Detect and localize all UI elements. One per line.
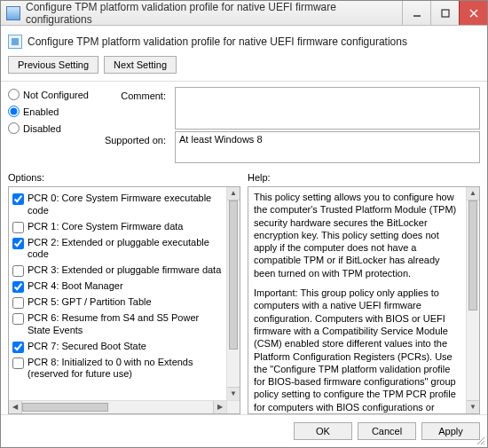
scroll-right-icon[interactable]: ▶ <box>213 401 226 413</box>
options-listbox[interactable]: PCR 0: Core System Firmware executable c… <box>8 186 240 414</box>
setting-nav: Previous Setting Next Setting <box>8 54 480 79</box>
resize-grip-icon[interactable] <box>475 435 485 445</box>
supported-on-label: Supported on: <box>100 131 171 145</box>
svg-rect-1 <box>442 10 449 17</box>
option-label: PCR 3: Extended or pluggable firmware da… <box>28 264 221 277</box>
options-vertical-scrollbar[interactable]: ▲ ▼ <box>226 187 240 400</box>
svg-line-4 <box>477 437 484 444</box>
radio-enabled-input[interactable] <box>8 106 20 117</box>
scroll-thumb[interactable] <box>468 200 477 310</box>
option-checkbox[interactable] <box>12 193 24 205</box>
option-row[interactable]: PCR 7: Secured Boot State <box>11 339 224 355</box>
option-label: PCR 7: Secured Boot State <box>28 341 146 353</box>
option-row[interactable]: PCR 4: Boot Manager <box>11 279 224 295</box>
option-row[interactable]: PCR 0: Core System Firmware executable c… <box>11 191 224 219</box>
scroll-corner <box>226 400 240 413</box>
option-label: PCR 5: GPT / Partition Table <box>28 296 152 309</box>
option-checkbox[interactable] <box>12 358 24 369</box>
window-controls <box>402 1 487 25</box>
option-checkbox[interactable] <box>12 313 24 325</box>
help-text: This policy setting allows you to config… <box>248 187 466 413</box>
radio-disabled-input[interactable] <box>8 122 20 134</box>
policy-icon <box>8 35 22 49</box>
maximize-button[interactable] <box>430 1 459 25</box>
option-label: PCR 0: Core System Firmware executable c… <box>28 193 223 217</box>
titlebar: Configure TPM platform validation profil… <box>1 1 487 26</box>
options-label: Options: <box>8 172 240 183</box>
comment-label: Comment: <box>100 87 171 101</box>
option-row[interactable]: PCR 3: Extended or pluggable firmware da… <box>11 263 224 279</box>
page-title: Configure TPM platform validation profil… <box>28 35 407 48</box>
scroll-up-icon[interactable]: ▲ <box>467 187 479 200</box>
dialog-footer: OK Cancel Apply <box>1 414 487 447</box>
radio-not-configured-label: Not Configured <box>23 90 89 100</box>
help-textbox[interactable]: This policy setting allows you to config… <box>248 186 480 414</box>
scroll-down-icon[interactable]: ▼ <box>227 387 240 400</box>
page-heading: Configure TPM platform validation profil… <box>8 31 480 54</box>
window-title: Configure TPM platform validation profil… <box>26 1 402 26</box>
option-checkbox[interactable] <box>12 342 24 353</box>
close-button[interactable] <box>459 1 487 25</box>
radio-not-configured-input[interactable] <box>8 89 20 100</box>
option-label: PCR 8: Initialized to 0 with no Extends … <box>28 357 223 381</box>
window-icon <box>6 6 20 20</box>
radio-enabled[interactable]: Enabled <box>8 106 97 117</box>
ok-button[interactable]: OK <box>294 422 352 440</box>
option-checkbox[interactable] <box>12 297 24 309</box>
option-label: PCR 2: Extended or pluggable executable … <box>28 237 223 262</box>
option-row[interactable]: PCR 1: Core System Firmware data <box>11 219 224 235</box>
minimize-button[interactable] <box>402 1 430 25</box>
next-setting-button[interactable]: Next Setting <box>104 56 177 74</box>
help-label: Help: <box>248 172 480 183</box>
option-checkbox[interactable] <box>12 238 24 249</box>
radio-disabled[interactable]: Disabled <box>8 122 97 134</box>
state-radio-group: Not Configured Enabled Disabled <box>8 87 97 134</box>
scroll-thumb[interactable] <box>229 200 238 350</box>
scroll-up-icon[interactable]: ▲ <box>227 187 240 200</box>
option-row[interactable]: PCR 2: Extended or pluggable executable … <box>11 235 224 263</box>
option-label: PCR 6: Resume from S4 and S5 Power State… <box>28 312 223 337</box>
hscroll-thumb[interactable] <box>22 403 108 412</box>
radio-not-configured[interactable]: Not Configured <box>8 89 97 100</box>
apply-button[interactable]: Apply <box>421 422 480 440</box>
option-checkbox[interactable] <box>12 222 24 233</box>
option-checkbox[interactable] <box>12 281 24 293</box>
options-horizontal-scrollbar[interactable]: ◀ ▶ <box>9 400 226 413</box>
supported-on-value <box>175 131 480 163</box>
divider <box>1 81 487 82</box>
option-row[interactable]: PCR 6: Resume from S4 and S5 Power State… <box>11 310 224 339</box>
option-label: PCR 4: Boot Manager <box>28 280 123 293</box>
radio-disabled-label: Disabled <box>23 123 61 134</box>
svg-line-6 <box>484 444 484 444</box>
cancel-button[interactable]: Cancel <box>358 422 416 440</box>
option-checkbox[interactable] <box>12 265 24 277</box>
scroll-down-icon[interactable]: ▼ <box>467 400 479 413</box>
previous-setting-button[interactable]: Previous Setting <box>8 56 98 74</box>
scroll-left-icon[interactable]: ◀ <box>9 401 22 413</box>
help-vertical-scrollbar[interactable]: ▲ ▼ <box>466 187 479 413</box>
comment-textarea[interactable] <box>175 87 480 130</box>
option-label: PCR 1: Core System Firmware data <box>28 221 183 233</box>
option-row[interactable]: PCR 5: GPT / Partition Table <box>11 295 224 310</box>
option-row[interactable]: PCR 8: Initialized to 0 with no Extends … <box>11 355 224 383</box>
radio-enabled-label: Enabled <box>23 106 59 117</box>
